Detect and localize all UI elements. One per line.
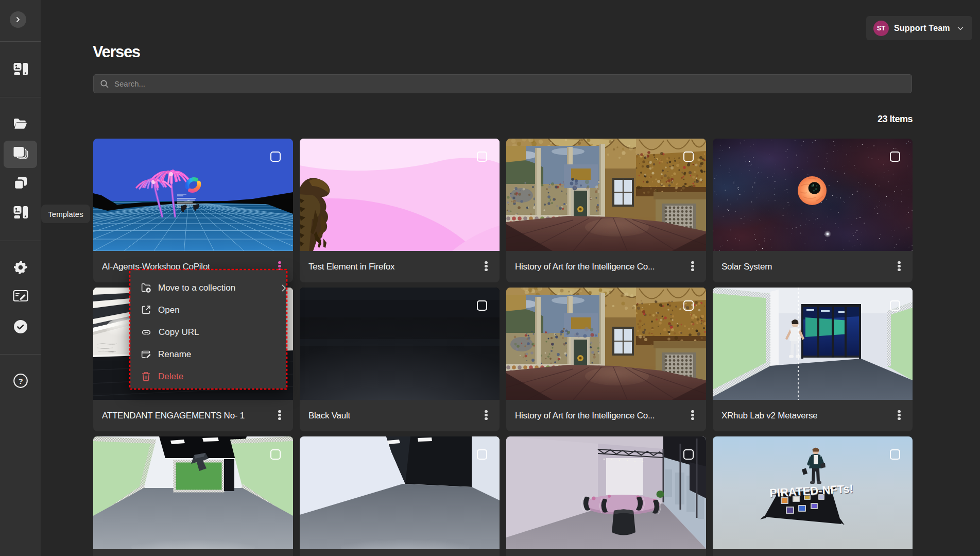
- svg-text:?: ?: [18, 377, 23, 385]
